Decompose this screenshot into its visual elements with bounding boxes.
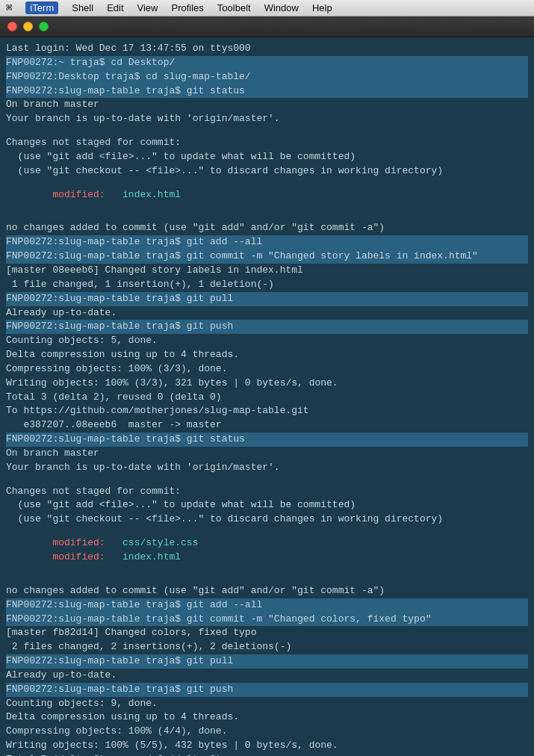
zoom-button[interactable] [39, 22, 49, 31]
terminal-line [6, 202, 528, 211]
menu-view[interactable]: View [137, 2, 158, 13]
terminal-line: (use "git checkout -- <file>..." to disc… [6, 512, 528, 527]
terminal-line: modified: css/style.css [6, 536, 528, 551]
menu-help[interactable]: Help [312, 2, 332, 13]
terminal-line: [master fb82d14] Changed colors, fixed t… [6, 626, 528, 640]
terminal-line: FNP00272:slug-map-table traja$ git push [6, 683, 528, 697]
terminal-line [6, 574, 528, 584]
terminal-line: FNP00272:Desktop traja$ cd slug-map-tabl… [6, 70, 528, 84]
terminal-line: Delta compression using up to 4 threads. [6, 348, 528, 362]
terminal-line: FNP00272:slug-map-table traja$ git add -… [6, 235, 528, 250]
terminal-line: FNP00272:slug-map-table traja$ git commi… [6, 613, 528, 627]
last-login-line: Last login: Wed Dec 17 13:47:55 on ttys0… [6, 42, 528, 56]
terminal-line: FNP00272:slug-map-table traja$ git pull [6, 654, 528, 669]
terminal-line: FNP00272:slug-map-table traja$ git commi… [6, 250, 528, 264]
terminal-line [6, 475, 528, 485]
terminal-line: FNP00272:~ traja$ cd Desktop/ [6, 56, 528, 70]
terminal-line: modified: index.html [6, 188, 528, 202]
terminal-line [6, 565, 528, 574]
terminal-line: Your branch is up-to-date with 'origin/m… [6, 461, 528, 475]
menu-toolbelt[interactable]: Toolbelt [217, 2, 251, 13]
terminal-window: Last login: Wed Dec 17 13:47:55 on ttys0… [0, 16, 534, 756]
terminal-line: modified: index.html [6, 551, 528, 565]
terminal-line: Compressing objects: 100% (4/4), done. [6, 725, 528, 739]
terminal-line: Compressing objects: 100% (3/3), done. [6, 362, 528, 377]
terminal-line: Changes not staged for commit: [6, 136, 528, 150]
terminal-line: Changes not staged for commit: [6, 485, 528, 499]
terminal-lines: FNP00272:~ traja$ cd Desktop/FNP00272:De… [6, 56, 528, 756]
terminal-line: 2 files changed, 2 insertions(+), 2 dele… [6, 640, 528, 654]
minimize-button[interactable] [23, 22, 33, 31]
menu-iterm[interactable]: iTerm [25, 1, 58, 14]
close-button[interactable] [7, 22, 17, 31]
terminal-line: 1 file changed, 1 insertion(+), 1 deleti… [6, 278, 528, 292]
terminal-line: FNP00272:slug-map-table traja$ git push [6, 320, 528, 334]
title-bar [0, 16, 534, 37]
terminal-line: Writing objects: 100% (5/5), 432 bytes |… [6, 739, 528, 753]
terminal-line [6, 179, 528, 188]
terminal-line: Already up-to-date. [6, 669, 528, 683]
menu-edit[interactable]: Edit [107, 2, 123, 13]
terminal-line: no changes added to commit (use "git add… [6, 584, 528, 598]
terminal-line: FNP00272:slug-map-table traja$ git statu… [6, 433, 528, 447]
terminal-line: On branch master [6, 447, 528, 461]
terminal-line: Your branch is up-to-date with 'origin/m… [6, 112, 528, 126]
terminal-line: (use "git add <file>..." to update what … [6, 498, 528, 512]
menu-shell[interactable]: Shell [72, 2, 93, 13]
terminal-line: Total 5 (delta 3), reused 0 (delta 0) [6, 753, 528, 756]
terminal-line: FNP00272:slug-map-table traja$ git statu… [6, 84, 528, 99]
terminal-line: e387207..08eeeb6 master -> master [6, 418, 528, 433]
terminal-line: FNP00272:slug-map-table traja$ git pull [6, 292, 528, 306]
terminal-line: Writing objects: 100% (3/3), 321 bytes |… [6, 377, 528, 391]
apple-menu[interactable]: ⌘ [6, 1, 12, 14]
terminal-line: FNP00272:slug-map-table traja$ git add -… [6, 598, 528, 613]
terminal-line: On branch master [6, 98, 528, 112]
terminal-line: (use "git checkout -- <file>..." to disc… [6, 164, 528, 179]
menu-bar: ⌘ iTerm Shell Edit View Profiles Toolbel… [0, 0, 534, 16]
menu-profiles[interactable]: Profiles [172, 2, 204, 13]
terminal-line: Delta compression using up to 4 threads. [6, 710, 528, 725]
terminal-line: Counting objects: 9, done. [6, 697, 528, 711]
terminal-line: Total 3 (delta 2), reused 0 (delta 0) [6, 391, 528, 405]
menu-window[interactable]: Window [264, 2, 299, 13]
terminal-line [6, 211, 528, 221]
terminal-line [6, 527, 528, 536]
terminal-content[interactable]: Last login: Wed Dec 17 13:47:55 on ttys0… [0, 37, 534, 756]
terminal-line: Counting objects: 5, done. [6, 334, 528, 348]
terminal-line: To https://github.com/motherjones/slug-m… [6, 404, 528, 418]
terminal-line: Already up-to-date. [6, 306, 528, 320]
terminal-line: no changes added to commit (use "git add… [6, 221, 528, 235]
terminal-line [6, 126, 528, 136]
terminal-line: [master 08eeeb6] Changed story labels in… [6, 264, 528, 278]
terminal-line: (use "git add <file>..." to update what … [6, 150, 528, 164]
